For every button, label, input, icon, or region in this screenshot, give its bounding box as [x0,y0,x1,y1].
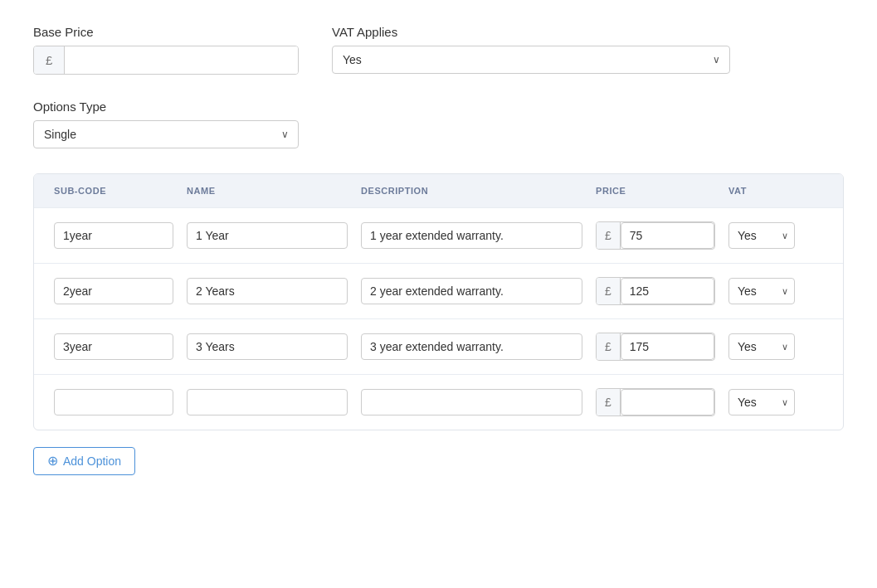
vat-applies-label: VAT Applies [332,25,730,39]
col-header-name: NAME [180,182,354,199]
plus-circle-icon: ⊕ [47,454,58,468]
price-cell-3: £ [589,329,722,364]
price-prefix-3: £ [597,333,621,360]
table-row: £ Yes No [34,318,843,374]
vat-select-1[interactable]: Yes No [728,222,795,249]
options-type-select[interactable]: Single Multiple [33,120,299,148]
description-input-2[interactable] [361,278,582,304]
price-input-3[interactable] [621,333,714,360]
name-input-4[interactable] [187,389,348,415]
add-option-label: Add Option [63,454,121,468]
subcode-cell-2 [47,275,180,308]
subcode-input-3[interactable] [54,333,173,360]
currency-prefix: £ [34,46,65,74]
vat-select-3[interactable]: Yes No [728,333,795,360]
table-header: SUB-CODE NAME DESCRIPTION PRICE VAT [34,174,843,207]
name-input-1[interactable] [187,222,348,249]
name-cell-1 [180,219,354,252]
base-price-input[interactable] [65,46,298,74]
options-type-select-wrapper: Single Multiple [33,120,299,148]
subcode-input-2[interactable] [54,278,173,304]
subcode-input-4[interactable] [54,389,173,415]
col-header-subcode: SUB-CODE [47,182,180,199]
description-input-1[interactable] [361,222,582,249]
vat-select-4[interactable]: Yes No [728,389,795,415]
col-header-price: PRICE [589,182,722,199]
options-type-label: Options Type [33,100,844,114]
price-input-1[interactable] [621,222,714,249]
price-prefix-4: £ [597,389,621,415]
name-cell-4 [180,386,354,419]
table-row: £ Yes No [34,374,843,430]
col-header-vat: VAT [722,182,830,199]
name-cell-3 [180,330,354,363]
price-input-4[interactable] [621,389,714,415]
subcode-cell-1 [47,219,180,252]
table-row: £ Yes No [34,207,843,263]
subcode-cell-3 [47,330,180,363]
price-input-2[interactable] [621,278,714,304]
description-input-3[interactable] [361,333,582,360]
name-input-2[interactable] [187,278,348,304]
base-price-input-group: £ [33,46,299,75]
price-cell-4: £ [589,385,722,420]
name-input-3[interactable] [187,333,348,360]
price-prefix-1: £ [597,222,621,249]
vat-cell-1: Yes No [722,219,830,252]
vat-cell-2: Yes No [722,275,830,308]
col-header-description: DESCRIPTION [354,182,589,199]
name-cell-2 [180,275,354,308]
description-cell-4 [354,386,589,419]
vat-cell-4: Yes No [722,386,830,419]
vat-select-2[interactable]: Yes No [728,278,795,304]
add-option-button[interactable]: ⊕ Add Option [33,447,135,475]
description-cell-1 [354,219,589,252]
price-cell-1: £ [589,218,722,253]
subcode-input-1[interactable] [54,222,173,249]
vat-applies-select[interactable]: Yes No [332,46,730,74]
vat-applies-select-wrapper: Yes No [332,46,730,74]
description-input-4[interactable] [361,389,582,415]
options-table: SUB-CODE NAME DESCRIPTION PRICE VAT £ Ye… [33,173,844,430]
description-cell-3 [354,330,589,363]
price-cell-2: £ [589,274,722,309]
vat-cell-3: Yes No [722,330,830,363]
description-cell-2 [354,275,589,308]
price-prefix-2: £ [597,278,621,304]
table-row: £ Yes No [34,263,843,318]
subcode-cell-4 [47,386,180,419]
base-price-label: Base Price [33,25,299,39]
